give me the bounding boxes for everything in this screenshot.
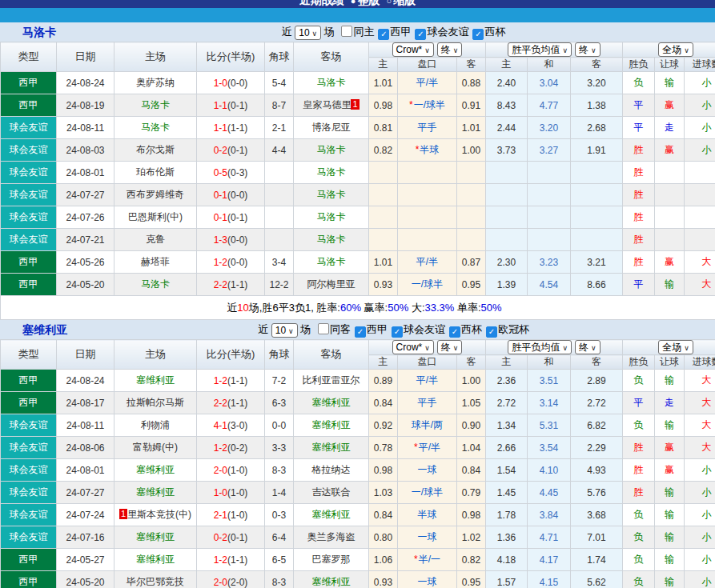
avg-draw: 4.77 [528, 94, 571, 117]
away-team: 马洛卡 [294, 206, 369, 229]
sub-column-header: 胜负 [623, 355, 655, 370]
avg-final-select[interactable]: 终∨ [575, 42, 601, 57]
odds-away: 1.02 [457, 526, 486, 549]
corner-score: 8-3 [265, 459, 294, 482]
league-checkbox-label[interactable]: 西杯 [484, 26, 505, 38]
league-checkbox-label[interactable]: 西甲 [390, 26, 411, 38]
result-handicap: 赢 [655, 94, 685, 117]
result-handicap: 走 [655, 392, 685, 414]
corner-score [265, 229, 294, 251]
odds-home: 0.89 [369, 370, 398, 392]
score: 0-1(0-1) [197, 206, 265, 229]
sub-column-header: 盘口 [398, 58, 457, 72]
stats-summary: 近10场,胜6平3负1, 胜率:60% 赢率:50% 大:33.3% 单率:50… [0, 296, 715, 320]
odds-home: 1.03 [369, 482, 398, 504]
sub-column-header: 主 [486, 355, 528, 370]
home-team: 利物浦 [114, 414, 197, 437]
odds-home: 0.81 [369, 117, 398, 139]
result-wdl: 负 [623, 504, 655, 526]
column-header: 类型 [1, 42, 57, 72]
league-checkbox-label[interactable]: 球会友谊 [427, 26, 468, 38]
league-checkbox[interactable]: ✓ [472, 29, 484, 40]
match-count-select[interactable]: 10∨ [295, 26, 321, 40]
odds-group-header: Crow*∨终∨ [369, 340, 486, 355]
table-row: 西甲 24-08-24 奥萨苏纳 1-0(0-0) 5-4 马洛卡 1.01 平… [1, 72, 715, 94]
team-link: 马洛卡 [141, 122, 170, 133]
radio-label[interactable]: 缩版 [393, 0, 416, 6]
home-team: 赫塔菲 [114, 251, 197, 274]
league-checkbox-label[interactable]: 西杯 [461, 323, 482, 335]
team-link: 巴恩斯利(中) [128, 211, 183, 222]
same-venue-checkbox[interactable] [318, 323, 329, 334]
radio-selected-icon[interactable]: ● [351, 0, 356, 6]
away-team: 阿尔梅里亚 [294, 274, 369, 296]
score: 4-1(3-0) [197, 414, 265, 437]
team-link: 塞维利亚 [136, 486, 175, 498]
odds-group-header: Crow*∨终∨ [369, 42, 486, 58]
result-handicap [655, 206, 685, 229]
result-handicap: 输 [655, 414, 685, 437]
bookmaker-select[interactable]: Crow*∨ [392, 42, 434, 57]
handicap-line: *半/一 [398, 549, 457, 571]
avg-odds-select[interactable]: 胜平负均值∨ [508, 340, 572, 354]
avg-draw: 4.71 [528, 526, 571, 549]
league-checkbox-label[interactable]: 球会友谊 [404, 323, 445, 335]
sub-column-header: 主 [369, 58, 398, 72]
odds-final-select[interactable]: 终∨ [437, 340, 463, 354]
radio-unselected-icon[interactable]: ○ [387, 0, 392, 6]
column-header: 比分(半场) [197, 42, 265, 72]
red-card-badge: 1 [119, 509, 127, 519]
league-type: 西甲 [1, 392, 57, 414]
scope-select[interactable]: 全场∨ [658, 340, 693, 354]
scope-select[interactable]: 全场∨ [658, 42, 693, 57]
table-row: 球会友谊 24-08-03 布尔戈斯 0-2(0-1) 4-4 马洛卡 0.82… [1, 139, 715, 162]
handicap-line [398, 206, 457, 229]
avg-odds-select[interactable]: 胜平负均值∨ [508, 42, 572, 57]
same-venue-checkbox[interactable] [341, 26, 352, 37]
team-link: 塞维利亚 [136, 554, 175, 565]
score: 1-2(1-1) [197, 370, 265, 392]
away-team: 马洛卡 [294, 139, 369, 162]
home-team: 拉斯帕尔马斯 [114, 392, 197, 414]
score: 0-2(0-1) [197, 139, 265, 162]
league-checkbox[interactable]: ✓ [378, 29, 389, 40]
sub-column-header: 客 [571, 58, 623, 72]
league-checkbox[interactable]: ✓ [449, 326, 460, 338]
match-date: 24-08-24 [57, 72, 114, 94]
match-count-select[interactable]: 10∨ [271, 323, 298, 338]
league-checkbox[interactable]: ✓ [392, 326, 403, 338]
result-wdl: 负 [623, 571, 655, 588]
odds-away [457, 206, 486, 229]
league-type: 西甲 [1, 251, 57, 274]
radio-label[interactable]: 整版 [358, 0, 380, 6]
league-checkbox-label[interactable]: 西甲 [367, 323, 388, 335]
league-checkbox[interactable]: ✓ [486, 326, 497, 338]
same-venue-label[interactable]: 同客 [330, 323, 351, 335]
avg-lose: 2.68 [571, 117, 623, 139]
same-venue-label[interactable]: 同主 [353, 26, 374, 38]
match-history-table: 类型日期主场比分(半场)角球客场Crow*∨终∨胜平负均值∨终∨全场∨主盘口客主… [0, 339, 715, 588]
score: 0-2(0-1) [197, 526, 265, 549]
league-checkbox[interactable]: ✓ [415, 29, 426, 40]
avg-win: 1.34 [486, 414, 528, 437]
table-row: 球会友谊 24-07-16 塞维利亚 0-2(0-1) 6-4 奥兰多海盗 0.… [1, 526, 715, 549]
table-row: 球会友谊 24-07-27 西布罗姆维奇 0-1(0-0) 马洛卡 胜 [1, 184, 715, 206]
team-name: 马洛卡 [22, 22, 56, 42]
result-wdl: 负 [623, 414, 655, 437]
result-handicap: 赢 [655, 139, 685, 162]
avg-win: 2.40 [486, 72, 528, 94]
league-checkbox[interactable]: ✓ [355, 326, 366, 338]
away-team: 比利亚雷亚尔 [294, 370, 369, 392]
odds-away: 0.90 [457, 414, 486, 437]
avg-group-header: 胜平负均值∨终∨ [486, 340, 623, 355]
result-wdl: 胜 [623, 251, 655, 274]
odds-final-select[interactable]: 终∨ [437, 42, 463, 57]
match-date: 24-08-01 [57, 162, 114, 184]
league-checkbox-label[interactable]: 欧冠杯 [498, 323, 529, 335]
home-team: 布尔戈斯 [114, 139, 197, 162]
result-handicap: 赢 [655, 251, 685, 274]
avg-final-select[interactable]: 终∨ [575, 340, 601, 354]
bookmaker-select[interactable]: Crow*∨ [392, 340, 434, 354]
result-handicap: 赢 [655, 437, 685, 459]
table-row: 西甲 24-05-20 毕尔巴鄂竞技 2-0(2-0) 8-3 塞维利亚 0.9… [1, 571, 715, 588]
